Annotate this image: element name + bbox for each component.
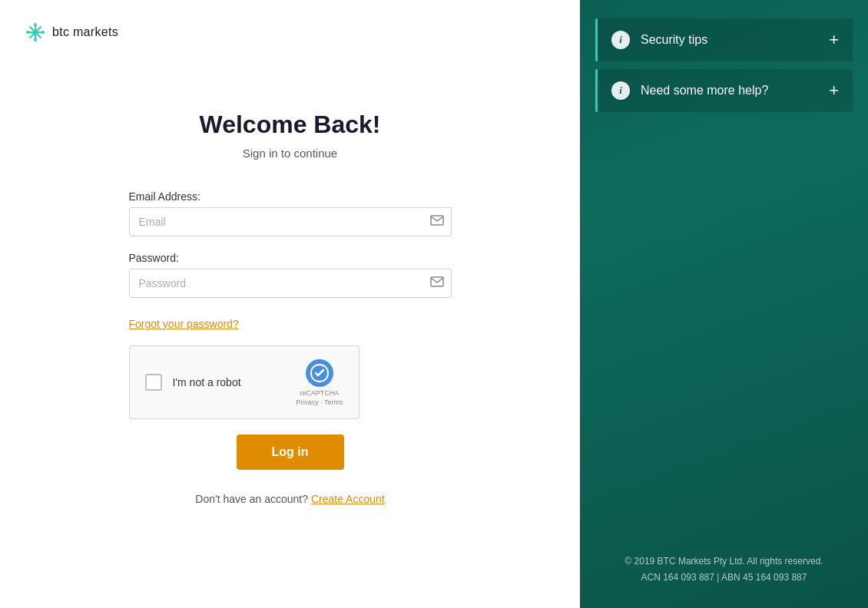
- footer-line1: © 2019 BTC Markets Pty Ltd. All rights r…: [580, 553, 868, 570]
- need-help-label: Need some more help?: [641, 84, 768, 97]
- right-footer: © 2019 BTC Markets Pty Ltd. All rights r…: [580, 553, 868, 587]
- security-tips-info-icon: i: [611, 31, 630, 49]
- header: btc markets: [0, 0, 580, 64]
- svg-point-5: [34, 23, 37, 26]
- footer-line2: ACN 164 093 887 | ABN 45 164 093 887: [580, 570, 868, 587]
- email-form-group: Email Address:: [129, 190, 452, 236]
- login-button[interactable]: Log in: [237, 435, 344, 470]
- recaptcha-box[interactable]: I'm not a robot reCAPTCHA Privacy · Term…: [129, 345, 359, 419]
- svg-point-7: [26, 31, 29, 34]
- create-account-link[interactable]: Create Account: [311, 493, 385, 505]
- recaptcha-sub2: Privacy · Terms: [296, 398, 343, 406]
- need-help-accordion[interactable]: i Need some more help? +: [595, 69, 853, 112]
- recaptcha-label: I'm not a robot: [173, 376, 241, 388]
- need-help-left: i Need some more help?: [611, 81, 768, 100]
- email-input-wrapper: [129, 207, 452, 236]
- security-tips-label: Security tips: [641, 33, 707, 47]
- security-tips-expand-icon: +: [829, 31, 839, 48]
- signup-prompt: Don't have an account? Create Account: [195, 493, 384, 505]
- logo-icon: [25, 21, 46, 43]
- svg-rect-10: [431, 277, 443, 286]
- email-input[interactable]: [129, 207, 452, 236]
- need-help-expand-icon: +: [829, 82, 839, 99]
- email-label: Email Address:: [129, 190, 452, 203]
- recaptcha-right: reCAPTCHA Privacy · Terms: [296, 359, 343, 406]
- need-help-info-icon: i: [611, 81, 630, 100]
- password-input[interactable]: [129, 269, 452, 298]
- password-label: Password:: [129, 252, 452, 264]
- svg-point-4: [33, 30, 38, 35]
- recaptcha-sub1: reCAPTCHA: [300, 389, 339, 397]
- svg-point-6: [34, 38, 37, 41]
- recaptcha-logo: [305, 359, 334, 388]
- email-icon: [430, 215, 444, 229]
- svg-rect-9: [431, 216, 443, 225]
- svg-point-8: [41, 31, 45, 34]
- logo[interactable]: btc markets: [25, 21, 555, 43]
- recaptcha-checkbox[interactable]: [145, 374, 162, 391]
- password-icon: [430, 276, 444, 290]
- page-title: Welcome Back!: [200, 111, 381, 139]
- login-form-container: Welcome Back! Sign in to continue Email …: [0, 64, 580, 608]
- recaptcha-left: I'm not a robot: [145, 374, 241, 391]
- logo-text: btc markets: [52, 25, 118, 39]
- subtitle: Sign in to continue: [243, 147, 337, 160]
- security-tips-accordion[interactable]: i Security tips +: [595, 18, 853, 61]
- left-panel: btc markets Welcome Back! Sign in to con…: [0, 0, 580, 608]
- password-form-group: Password:: [129, 252, 452, 298]
- recaptcha-wrapper: I'm not a robot reCAPTCHA Privacy · Term…: [129, 345, 452, 419]
- forgot-password-link[interactable]: Forgot your password?: [129, 318, 452, 330]
- right-panel: i Security tips + i Need some more help?…: [580, 0, 868, 608]
- password-input-wrapper: [129, 269, 452, 298]
- security-tips-left: i Security tips: [611, 31, 707, 49]
